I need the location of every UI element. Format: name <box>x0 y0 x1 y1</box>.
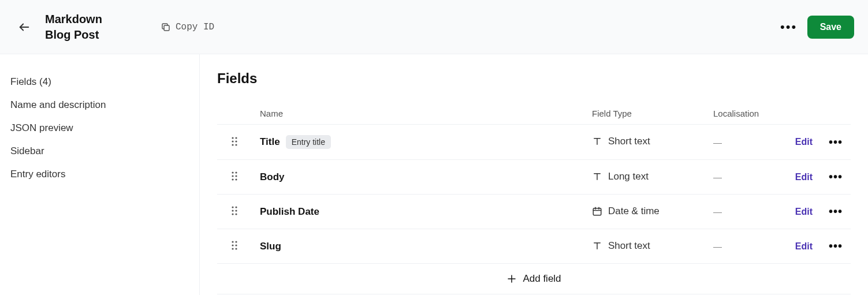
header-more-button[interactable]: ••• <box>777 16 800 39</box>
svg-point-29 <box>235 241 237 242</box>
entry-title-badge: Entry title <box>286 135 331 149</box>
svg-point-23 <box>235 213 237 215</box>
save-button[interactable]: Save <box>807 16 854 39</box>
svg-point-19 <box>235 206 237 208</box>
field-type-label: Short text <box>608 240 650 252</box>
svg-point-13 <box>235 175 237 177</box>
field-type-label: Short text <box>608 136 650 147</box>
header: Markdown Blog Post Copy ID ••• Save <box>0 0 868 54</box>
row-more-button[interactable]: ••• <box>829 136 843 148</box>
drag-handle-icon[interactable] <box>230 206 239 216</box>
svg-point-18 <box>232 206 233 208</box>
fields-table: Name Field Type Localisation TitleEntry … <box>217 103 851 263</box>
field-name: TitleEntry title <box>260 135 331 149</box>
more-horizontal-icon: ••• <box>829 240 843 252</box>
edit-button[interactable]: Edit <box>795 172 813 182</box>
field-type: Date & time <box>592 206 660 217</box>
calendar-icon <box>592 206 602 216</box>
arrow-left-icon <box>18 21 31 33</box>
svg-point-4 <box>232 140 233 142</box>
sidebar-item-json-preview[interactable]: JSON preview <box>10 117 189 140</box>
svg-point-30 <box>232 244 233 246</box>
field-name: Slug <box>260 241 281 252</box>
edit-button[interactable]: Edit <box>795 137 813 147</box>
sidebar-item-entry-editors[interactable]: Entry editors <box>10 163 189 186</box>
sidebar-item-name-description[interactable]: Name and description <box>10 94 189 117</box>
plus-icon <box>506 274 517 284</box>
svg-point-6 <box>232 144 233 145</box>
field-type-label: Long text <box>608 171 649 182</box>
svg-rect-1 <box>164 25 169 31</box>
field-type: Short text <box>592 240 650 252</box>
column-header-localisation: Localisation <box>705 103 780 125</box>
field-type-label: Date & time <box>608 206 660 217</box>
row-more-button[interactable]: ••• <box>829 240 843 252</box>
more-horizontal-icon: ••• <box>829 170 843 183</box>
page-title: Markdown Blog Post <box>45 12 126 43</box>
body: Fields (4) Name and description JSON pre… <box>0 54 868 295</box>
more-horizontal-icon: ••• <box>780 20 797 35</box>
localisation-value: — <box>713 241 721 251</box>
table-row: Publish DateDate & time—Edit••• <box>217 195 851 229</box>
svg-point-7 <box>235 144 237 145</box>
column-header-name: Name <box>252 103 584 125</box>
svg-point-21 <box>235 210 237 211</box>
more-horizontal-icon: ••• <box>829 205 843 218</box>
main-content: Fields Name Field Type Localisation Titl… <box>200 54 868 295</box>
more-horizontal-icon: ••• <box>829 136 843 148</box>
svg-point-2 <box>232 137 233 139</box>
localisation-value: — <box>713 172 721 182</box>
row-more-button[interactable]: ••• <box>829 205 843 218</box>
sidebar-item-sidebar[interactable]: Sidebar <box>10 140 189 163</box>
svg-point-32 <box>232 248 233 249</box>
svg-point-10 <box>232 171 233 173</box>
field-name: Publish Date <box>260 206 319 218</box>
text-icon <box>592 241 602 251</box>
text-icon <box>592 171 602 182</box>
field-type: Long text <box>592 171 649 182</box>
svg-point-28 <box>232 241 233 242</box>
drag-handle-icon[interactable] <box>230 240 239 251</box>
svg-point-3 <box>235 137 237 139</box>
edit-button[interactable]: Edit <box>795 207 813 216</box>
localisation-value: — <box>713 207 721 216</box>
column-header-type: Field Type <box>584 103 705 125</box>
field-name-text: Publish Date <box>260 206 319 218</box>
svg-point-22 <box>232 213 233 215</box>
svg-rect-24 <box>593 208 601 215</box>
table-row: SlugShort text—Edit••• <box>217 229 851 264</box>
svg-point-15 <box>235 178 237 180</box>
add-field-button[interactable]: Add field <box>217 263 851 294</box>
svg-point-33 <box>235 248 237 249</box>
row-more-button[interactable]: ••• <box>829 170 843 183</box>
drag-handle-icon[interactable] <box>230 136 239 147</box>
table-row: BodyLong text—Edit••• <box>217 160 851 195</box>
sidebar-item-fields[interactable]: Fields (4) <box>10 70 189 94</box>
copy-id-button[interactable]: Copy ID <box>161 22 214 32</box>
svg-point-5 <box>235 140 237 142</box>
drag-handle-icon[interactable] <box>230 171 239 181</box>
copy-icon <box>161 22 171 32</box>
svg-point-12 <box>232 175 233 177</box>
section-heading: Fields <box>217 70 851 87</box>
svg-point-11 <box>235 171 237 173</box>
field-type: Short text <box>592 136 650 147</box>
back-button[interactable] <box>14 17 35 38</box>
copy-id-label: Copy ID <box>176 22 214 32</box>
field-name-text: Title <box>260 136 280 148</box>
sidebar: Fields (4) Name and description JSON pre… <box>0 54 200 295</box>
svg-point-20 <box>232 210 233 211</box>
field-name-text: Body <box>260 171 285 183</box>
add-field-label: Add field <box>523 273 561 285</box>
text-icon <box>592 136 602 147</box>
field-name: Body <box>260 171 285 183</box>
edit-button[interactable]: Edit <box>795 241 813 251</box>
svg-point-31 <box>235 244 237 246</box>
table-row: TitleEntry titleShort text—Edit••• <box>217 125 851 160</box>
localisation-value: — <box>713 137 721 147</box>
field-name-text: Slug <box>260 241 281 252</box>
svg-point-14 <box>232 178 233 180</box>
